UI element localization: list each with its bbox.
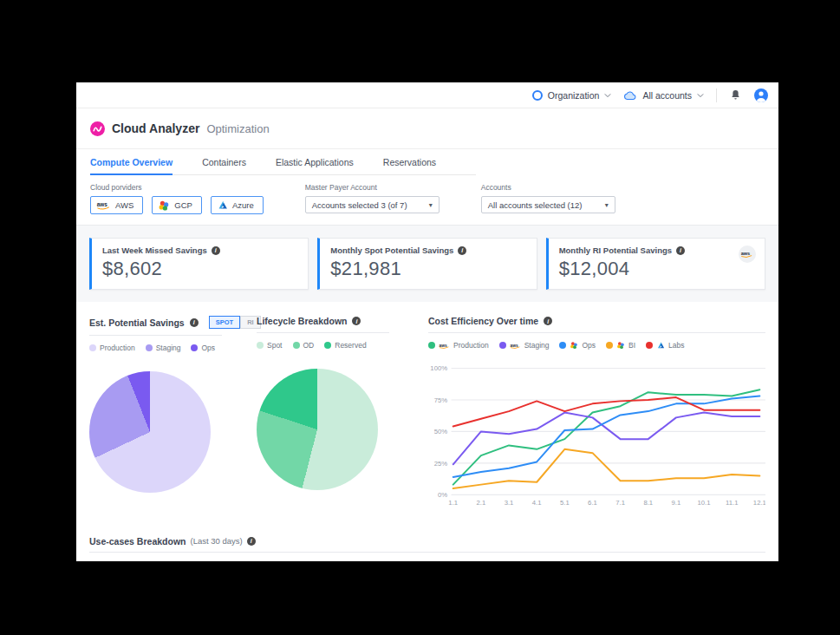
legend-dot <box>89 344 96 351</box>
aws-logo-icon: aws <box>510 342 521 350</box>
page-title-section: Optimization <box>206 122 269 135</box>
gcp-logo-icon <box>158 200 170 212</box>
svg-text:7.1: 7.1 <box>615 499 625 507</box>
tab-compute-overview[interactable]: Compute Overview <box>90 149 173 175</box>
accounts-label: All accounts <box>642 90 692 101</box>
organization-selector[interactable]: Organization <box>532 90 612 101</box>
legend-label: Staging <box>524 341 550 350</box>
caret-down-icon: ▾ <box>605 201 609 209</box>
azure-logo-icon <box>656 341 665 350</box>
svg-text:100%: 100% <box>430 364 447 372</box>
app-header: Cloud Analyzer Optimization <box>76 108 778 149</box>
chevron-down-icon <box>697 92 704 99</box>
svg-text:25%: 25% <box>434 460 448 468</box>
legend: Production Staging Ops <box>89 344 222 352</box>
legend-dot <box>559 342 566 349</box>
master-payer-filter: Master Payer Account Accounts selected 3… <box>305 183 440 214</box>
legend-dot <box>324 342 331 349</box>
svg-text:1.1: 1.1 <box>448 499 458 507</box>
master-payer-select[interactable]: Accounts selected 3 (of 7) ▾ <box>305 196 440 213</box>
metric-value: $21,981 <box>330 258 525 280</box>
use-cases-section: Use-cases Breakdown (Last 30 days) i Con… <box>76 531 778 561</box>
legend-dot <box>191 344 198 351</box>
accounts-select[interactable]: All accounts selected (12) ▾ <box>481 196 615 213</box>
app-window: Organization All accounts Cloud Analyzer… <box>76 82 778 561</box>
legend-label: OD <box>303 341 315 350</box>
svg-text:aws: aws <box>741 251 751 256</box>
chevron-down-icon <box>604 92 611 99</box>
aws-logo-icon: aws <box>439 342 450 350</box>
chart-title: Lifecycle Breakdown <box>257 316 347 326</box>
tab-bar: Compute Overview Containers Elastic Appl… <box>76 149 778 175</box>
cloud-analyzer-logo-icon <box>90 121 105 136</box>
svg-text:4.1: 4.1 <box>532 499 542 507</box>
legend-label: Ops <box>201 344 215 352</box>
legend-dot <box>293 342 300 349</box>
cost-efficiency-chart: Cost Efficiency Over time i awsProductio… <box>428 316 765 512</box>
provider-chip-aws[interactable]: aws AWS <box>90 196 143 214</box>
legend-label: Ops <box>582 341 596 350</box>
svg-text:11.1: 11.1 <box>726 499 738 507</box>
gcp-logo-icon <box>616 341 625 350</box>
legend-label: Spot <box>267 341 283 350</box>
legend-dot <box>257 342 264 349</box>
cloud-providers-filter: Cloud porviders aws AWS GCP Azure <box>90 183 264 214</box>
svg-text:aws: aws <box>510 343 518 347</box>
accounts-filter-value: All accounts selected (12) <box>488 200 583 210</box>
est-potential-savings-chart: Est. Potential Savings i SPOT RI Product… <box>89 316 222 512</box>
tab-reservations[interactable]: Reservations <box>383 149 436 174</box>
metric-card-ri-savings: Monthly RI Potential Savings i $12,004 a… <box>546 238 765 290</box>
info-icon[interactable]: i <box>544 317 552 325</box>
svg-text:12.1: 12.1 <box>753 499 765 507</box>
master-payer-value: Accounts selected 3 (of 7) <box>312 200 407 210</box>
svg-text:aws: aws <box>440 343 447 347</box>
legend-dot <box>428 342 435 349</box>
organization-icon <box>532 90 543 101</box>
cloud-icon <box>623 90 637 101</box>
notifications-bell-icon[interactable] <box>729 88 742 101</box>
info-icon[interactable]: i <box>247 537 256 546</box>
aws-badge: aws <box>739 245 756 263</box>
spot-ri-toggle: SPOT RI <box>209 316 261 329</box>
user-avatar[interactable] <box>754 88 768 102</box>
toggle-spot[interactable]: SPOT <box>209 316 240 329</box>
topbar: Organization All accounts <box>76 82 778 108</box>
metric-label: Monthly RI Potential Savings <box>559 245 672 255</box>
svg-text:2.1: 2.1 <box>477 499 486 507</box>
accounts-filter-label: Accounts <box>481 183 615 192</box>
legend-label: Production <box>100 344 135 352</box>
svg-text:9.1: 9.1 <box>672 499 681 507</box>
cost-efficiency-line-chart: 0%25%50%75%100%1.12.13.14.15.16.17.18.19… <box>428 355 765 512</box>
info-icon[interactable]: i <box>352 317 361 325</box>
info-icon[interactable]: i <box>212 246 220 255</box>
info-icon[interactable]: i <box>676 246 685 255</box>
use-cases-subtitle: (Last 30 days) <box>190 536 242 546</box>
metrics-row: Last Week Missed Savings i $8,602 Monthl… <box>76 226 778 302</box>
provider-chip-label: AWS <box>115 200 133 210</box>
metric-value: $12,004 <box>559 258 754 280</box>
savings-pie-chart <box>89 371 211 493</box>
legend: Spot OD Reserved <box>257 341 389 350</box>
use-cases-title: Use-cases Breakdown <box>89 536 186 547</box>
svg-text:aws: aws <box>97 201 107 207</box>
metric-label: Last Week Missed Savings <box>102 245 207 255</box>
svg-text:75%: 75% <box>434 396 448 404</box>
aws-logo-icon: aws <box>96 200 111 211</box>
provider-chip-label: GCP <box>174 200 192 210</box>
lifecycle-breakdown-chart: Lifecycle Breakdown i Spot OD Reserved <box>257 316 389 512</box>
tab-elastic-applications[interactable]: Elastic Applications <box>276 149 354 174</box>
charts-row: Est. Potential Savings i SPOT RI Product… <box>76 302 778 531</box>
azure-logo-icon <box>217 200 228 211</box>
provider-chip-azure[interactable]: Azure <box>211 196 264 214</box>
accounts-filter: Accounts All accounts selected (12) ▾ <box>481 183 615 214</box>
metric-card-spot-savings: Monthly Spot Potential Savings i $21,981 <box>317 238 537 290</box>
info-icon[interactable]: i <box>458 246 466 255</box>
account-selector[interactable]: All accounts <box>623 90 704 101</box>
info-icon[interactable]: i <box>190 318 199 327</box>
svg-text:5.1: 5.1 <box>560 499 570 507</box>
provider-chip-gcp[interactable]: GCP <box>152 196 202 214</box>
legend-label: BI <box>628 341 635 350</box>
svg-text:50%: 50% <box>434 428 448 435</box>
legend-label: Reserved <box>335 341 366 350</box>
tab-containers[interactable]: Containers <box>202 149 246 174</box>
